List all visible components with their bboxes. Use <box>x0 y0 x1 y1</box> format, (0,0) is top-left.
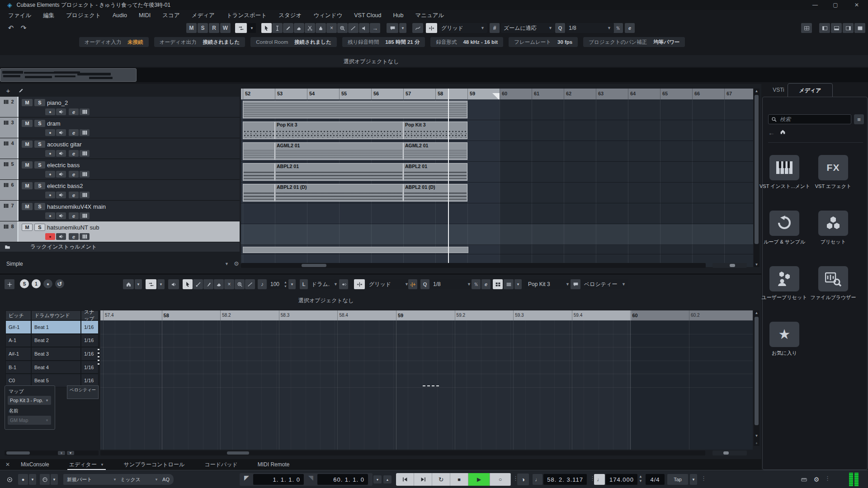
menu-スコア[interactable]: スコア <box>162 12 179 19</box>
monitor-button[interactable] <box>56 129 66 136</box>
clip-AGML2 01[interactable]: AGML2 01 <box>403 142 467 160</box>
undo-button[interactable]: ↶ <box>5 23 16 33</box>
right-locator-field[interactable]: 60. 1. 1. 0 <box>317 474 368 485</box>
clip-AGML2 01[interactable]: AGML2 01 <box>275 142 403 160</box>
editor-home-icon[interactable] <box>123 279 134 289</box>
column-header-ドラムサウンド[interactable]: ドラムサウンド <box>31 310 81 320</box>
editor-auto-scroll-button[interactable] <box>146 279 156 289</box>
solo-button[interactable]: S <box>34 120 45 127</box>
clip[interactable] <box>243 142 275 160</box>
cycle-button[interactable]: ↻ <box>432 473 450 486</box>
drum-sound-cell[interactable]: Beat 2 <box>31 334 81 347</box>
monitor-button[interactable] <box>56 233 66 240</box>
track-row-electric bass2[interactable]: 6MSelectric bass2●e <box>0 180 240 201</box>
kebab-icon[interactable]: ⋮ <box>825 475 830 482</box>
editor-quantize-icon[interactable]: Q <box>420 279 429 289</box>
track-visibility-agent[interactable]: Simple ▼ ⚙ <box>0 259 240 270</box>
status-Control Room[interactable]: Control Room接続されました <box>250 37 337 47</box>
monitor-button[interactable] <box>56 150 66 157</box>
column-header-スナップ[interactable]: スナップ <box>81 310 99 320</box>
editor-line-tool[interactable] <box>245 279 255 289</box>
clip[interactable] <box>243 184 275 202</box>
left-locator-field[interactable]: 1. 1. 1. 0 <box>253 474 304 485</box>
editor-home-dropdown[interactable]: ▼ <box>135 279 142 289</box>
track-row-dram[interactable]: 3MSdram●e <box>0 117 240 138</box>
open-instrument-button[interactable] <box>80 129 90 136</box>
scrub-tool[interactable]: → <box>370 23 380 33</box>
clip-ABPL2 01[interactable]: ABPL2 01 <box>275 163 403 181</box>
solo-editor-button[interactable]: S <box>20 279 29 288</box>
solo-button[interactable]: S <box>34 182 45 189</box>
editor-horizontal-scrollbar[interactable] <box>100 450 705 455</box>
play-tool[interactable] <box>359 23 369 33</box>
midi-mode-dropdown[interactable]: ▼ <box>51 474 58 485</box>
status-プロジェクトのパン補正[interactable]: プロジェクトのパン補正均等パワー <box>583 37 685 47</box>
automation-m-button[interactable]: M <box>186 23 197 33</box>
event-lane-electric bass2[interactable]: ABPL2 01 (D)ABPL2 01 (D) <box>241 183 753 203</box>
left-locator-icon[interactable]: ◤ <box>244 474 249 481</box>
solo-button[interactable]: S <box>34 99 45 106</box>
zone-right-button[interactable] <box>843 23 854 33</box>
note-color-icon[interactable] <box>339 279 348 289</box>
mute-button[interactable]: M <box>22 99 33 106</box>
mute-button[interactable]: M <box>22 182 33 189</box>
event-lane-hatsunemikuV4X main[interactable] <box>241 203 753 224</box>
project-zoom-slider[interactable] <box>712 263 747 268</box>
quantize-select[interactable]: 1/8▼ <box>566 23 614 33</box>
project-vertical-scrollbar[interactable]: ▲ ▼ <box>754 89 760 267</box>
length-quantize-field[interactable]: ドラム.▼ <box>309 279 340 289</box>
menu-Audio[interactable]: Audio <box>113 12 127 19</box>
controller-bubble-icon[interactable] <box>571 279 580 289</box>
monitor-button[interactable] <box>56 212 66 219</box>
project-overview-strip[interactable] <box>0 68 868 82</box>
monitor-button[interactable] <box>56 171 66 178</box>
write-automation-icon[interactable] <box>16 86 25 95</box>
event-lane-piano_2[interactable] <box>241 99 753 120</box>
drum-sound-cell[interactable]: Beat 1 <box>31 320 81 334</box>
solo-button[interactable]: S <box>34 161 45 169</box>
project-horizontal-scrollbar[interactable] <box>241 263 706 268</box>
minimize-button[interactable]: — <box>807 0 823 10</box>
glue-tool[interactable] <box>316 23 326 33</box>
zone-full-button[interactable] <box>854 23 865 33</box>
comment-bubble-icon[interactable] <box>387 23 398 33</box>
column-header-ピッチ[interactable]: ピッチ <box>5 310 31 320</box>
record-mode-dot-button[interactable]: ● <box>18 474 28 485</box>
menu-スタジオ[interactable]: スタジオ <box>278 12 302 19</box>
tab-コードパッド[interactable]: コードパッド <box>204 459 237 470</box>
chevron-down-icon[interactable]: ▼ <box>100 463 104 467</box>
tab-サンプラーコントロール[interactable]: サンプラーコントロール <box>124 459 185 470</box>
overview-visible-range[interactable] <box>0 68 137 82</box>
clip-ABPL2 01 (D)[interactable]: ABPL2 01 (D) <box>275 184 403 202</box>
edit-channel-button[interactable]: e <box>69 212 79 219</box>
edit-channel-button[interactable]: e <box>69 233 79 240</box>
column-menu-button[interactable]: ▼ <box>67 451 74 455</box>
edit-channel-button[interactable]: e <box>69 129 79 136</box>
menu-マニュアル[interactable]: マニュアル <box>415 12 444 19</box>
open-instrument-button[interactable] <box>80 192 90 198</box>
zoom-slider-thumb[interactable] <box>723 451 729 455</box>
home-icon[interactable] <box>780 129 786 135</box>
currently-edited-button[interactable]: 1 <box>32 279 41 288</box>
rack-tab-メディア[interactable]: メディア <box>788 83 833 97</box>
common-record-modes-icon[interactable] <box>4 474 15 485</box>
open-instrument-button[interactable] <box>80 212 90 219</box>
open-instrument-button[interactable] <box>80 233 90 240</box>
editor-zoom-slider[interactable] <box>712 450 747 455</box>
editor-vertical-scrollbar[interactable]: ▲ ▼ ＋ <box>754 310 760 446</box>
monitor-button[interactable] <box>56 192 66 198</box>
drum-pitch-cell[interactable]: G#-1 <box>5 320 31 334</box>
play-button[interactable]: ▶ <box>468 473 490 486</box>
clip[interactable] <box>243 122 275 139</box>
editor-snap-toggle[interactable] <box>354 279 365 289</box>
right-locator-icon[interactable]: ◥ <box>308 474 313 481</box>
automation-w-button[interactable]: W <box>220 23 231 33</box>
controller-lane-label[interactable]: ベロシティー <box>67 385 99 399</box>
clip-Pop Kit 3[interactable]: Pop Kit 3 <box>275 122 403 139</box>
rack-tab-VSTi[interactable]: VSTi <box>769 83 788 97</box>
record-enable-button[interactable]: ● <box>45 171 55 178</box>
event-lane-acoustic gitar[interactable]: AGML2 01AGML2 01 <box>241 141 753 162</box>
record-in-editor-button[interactable]: ● <box>43 279 52 288</box>
editor-brush-tool[interactable] <box>203 279 213 289</box>
editor-note-grid[interactable] <box>100 320 753 450</box>
